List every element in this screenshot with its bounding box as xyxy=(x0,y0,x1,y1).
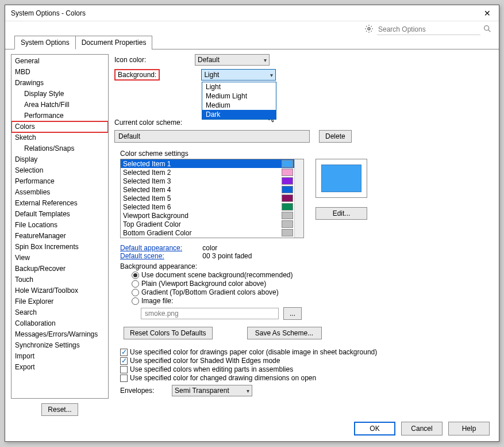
tab-system-options[interactable]: System Options xyxy=(14,36,76,49)
default-scene-link[interactable]: Default scene: xyxy=(120,252,201,260)
scheme-item[interactable]: Selected Item 6 xyxy=(121,203,294,211)
scheme-item[interactable]: Bottom Gradient Color xyxy=(121,228,294,237)
reset-button[interactable]: Reset... xyxy=(41,403,78,416)
sidebar-item-display[interactable]: Display xyxy=(11,154,108,165)
background-dropdown[interactable]: Light ▾ xyxy=(201,69,276,81)
help-button[interactable]: Help xyxy=(448,422,490,435)
sidebar-item-performance[interactable]: Performance xyxy=(11,110,108,121)
sidebar-item-external-references[interactable]: External References xyxy=(11,198,108,209)
radio-icon xyxy=(132,280,139,288)
icon-color-label: Icon color: xyxy=(114,56,195,64)
reset-colors-button[interactable]: Reset Colors To Defaults xyxy=(124,327,213,339)
sidebar-item-mbd[interactable]: MBD xyxy=(11,67,108,78)
radio-icon xyxy=(132,289,139,296)
icon-color-dropdown[interactable]: Default ▾ xyxy=(195,54,270,66)
envelopes-label: Envelopes: xyxy=(120,387,172,395)
envelopes-dropdown[interactable]: Semi Transparent ▾ xyxy=(172,385,252,396)
sidebar-item-featuremanager[interactable]: FeatureManager xyxy=(11,231,108,242)
icon-color-value: Default xyxy=(198,56,220,64)
scheme-item[interactable]: Top Gradient Color xyxy=(121,220,294,228)
sidebar-item-general[interactable]: General xyxy=(11,56,108,67)
window-title: System Options - Colors xyxy=(11,9,480,17)
sidebar-item-drawings[interactable]: Drawings xyxy=(11,78,108,89)
sidebar-item-file-locations[interactable]: File Locations xyxy=(11,220,108,231)
sidebar-item-selection[interactable]: Selection xyxy=(11,165,108,176)
gear-icon[interactable] xyxy=(364,24,375,35)
cancel-button[interactable]: Cancel xyxy=(401,422,443,435)
delete-scheme-button[interactable]: Delete xyxy=(319,130,352,143)
scheme-settings-header: Color scheme settings xyxy=(120,150,493,158)
scheme-item[interactable]: Selected Item 4 xyxy=(121,185,294,194)
option-checkbox[interactable]: ✓Use specified color for drawings paper … xyxy=(120,348,493,356)
sidebar-item-synchronize-settings[interactable]: Synchronize Settings xyxy=(11,340,108,351)
browse-image-button[interactable]: ... xyxy=(283,307,302,320)
bg-appearance-radio[interactable]: Use document scene background(recommende… xyxy=(132,271,493,279)
category-tree[interactable]: GeneralMBDDrawingsDisplay StyleArea Hatc… xyxy=(11,54,109,399)
edit-color-button[interactable]: Edit... xyxy=(316,207,367,220)
sidebar-item-export[interactable]: Export xyxy=(11,362,108,373)
color-swatch xyxy=(282,194,293,202)
sidebar-item-hole-wizard-toolbox[interactable]: Hole Wizard/Toolbox xyxy=(11,285,108,296)
ok-button[interactable]: OK xyxy=(354,422,395,435)
background-option-light[interactable]: Light xyxy=(202,82,276,91)
sidebar-item-colors[interactable]: Colors xyxy=(11,121,108,132)
background-dropdown-list[interactable]: LightMedium LightMediumDark xyxy=(202,82,276,120)
checkbox-icon: ✓ xyxy=(120,349,128,356)
sidebar-item-performance[interactable]: Performance xyxy=(11,176,108,187)
chevron-down-icon: ▾ xyxy=(264,57,267,63)
radio-icon xyxy=(132,272,139,279)
sidebar-item-display-style[interactable]: Display Style xyxy=(11,89,108,100)
bg-appearance-radio[interactable]: Gradient (Top/Bottom Gradient colors abo… xyxy=(132,288,493,296)
dialog: System Options - Colors ✕ System Options… xyxy=(5,5,499,442)
sidebar-item-view[interactable]: View xyxy=(11,253,108,263)
scheme-item[interactable]: Selected Item 1 xyxy=(121,159,294,168)
option-checkbox[interactable]: Use specified colors when editing parts … xyxy=(120,365,493,373)
save-scheme-button[interactable]: Save As Scheme... xyxy=(247,327,322,339)
current-scheme-select[interactable]: Default xyxy=(114,130,310,143)
search-input[interactable] xyxy=(377,24,480,35)
checkbox-icon: ✓ xyxy=(120,357,128,365)
checkbox-icon xyxy=(120,375,128,382)
background-option-medium-light[interactable]: Medium Light xyxy=(202,91,276,101)
radio-icon xyxy=(132,297,139,305)
scrollbar[interactable] xyxy=(294,159,303,238)
default-appearance-link[interactable]: Default appearance: xyxy=(120,244,201,252)
color-swatch xyxy=(282,169,293,176)
sidebar-item-area-hatch-fill[interactable]: Area Hatch/Fill xyxy=(11,100,108,110)
svg-line-2 xyxy=(488,30,491,32)
sidebar-item-default-templates[interactable]: Default Templates xyxy=(11,209,108,220)
sidebar-item-sketch[interactable]: Sketch xyxy=(11,132,108,143)
option-checkbox[interactable]: ✓Use specified color for Shaded With Edg… xyxy=(120,357,493,365)
color-scheme-list[interactable]: Selected Item 1Selected Item 2Selected I… xyxy=(120,159,304,238)
close-icon[interactable]: ✕ xyxy=(480,7,494,19)
bg-appearance-radio[interactable]: Plain (Viewport Background color above) xyxy=(132,280,493,288)
background-option-dark[interactable]: Dark xyxy=(202,110,276,119)
sidebar-item-touch[interactable]: Touch xyxy=(11,274,108,285)
sidebar-item-spin-box-increments[interactable]: Spin Box Increments xyxy=(11,242,108,253)
sidebar-item-messages-errors-warnings[interactable]: Messages/Errors/Warnings xyxy=(11,329,108,340)
scheme-item[interactable]: Selected Item 2 xyxy=(121,168,294,177)
scheme-item[interactable]: Selected Item 5 xyxy=(121,194,294,203)
sidebar-item-file-explorer[interactable]: File Explorer xyxy=(11,296,108,307)
sidebar-item-search[interactable]: Search xyxy=(11,307,108,318)
color-swatch xyxy=(282,212,293,219)
sidebar-item-assemblies[interactable]: Assemblies xyxy=(11,187,108,198)
chevron-down-icon: ▾ xyxy=(270,72,273,78)
titlebar: System Options - Colors ✕ xyxy=(5,5,499,21)
envelopes-value: Semi Transparent xyxy=(175,387,229,395)
sidebar-item-relations-snaps[interactable]: Relations/Snaps xyxy=(11,143,108,154)
option-checkbox[interactable]: Use specified color for changed drawing … xyxy=(120,374,493,382)
background-value: Light xyxy=(204,71,219,79)
background-option-medium[interactable]: Medium xyxy=(202,101,276,110)
bg-appearance-radio[interactable]: Image file: xyxy=(132,297,493,305)
image-file-input[interactable]: smoke.png xyxy=(141,308,279,319)
search-icon[interactable] xyxy=(483,24,493,35)
scheme-item[interactable]: Selected Item 3 xyxy=(121,177,294,185)
scheme-item[interactable]: Viewport Background xyxy=(121,211,294,220)
color-swatch xyxy=(282,203,293,211)
sidebar-item-import[interactable]: Import xyxy=(11,351,108,362)
color-swatch xyxy=(282,160,293,167)
sidebar-item-collaboration[interactable]: Collaboration xyxy=(11,318,108,329)
sidebar-item-backup-recover[interactable]: Backup/Recover xyxy=(11,263,108,274)
tab-document-properties[interactable]: Document Properties xyxy=(75,36,153,49)
